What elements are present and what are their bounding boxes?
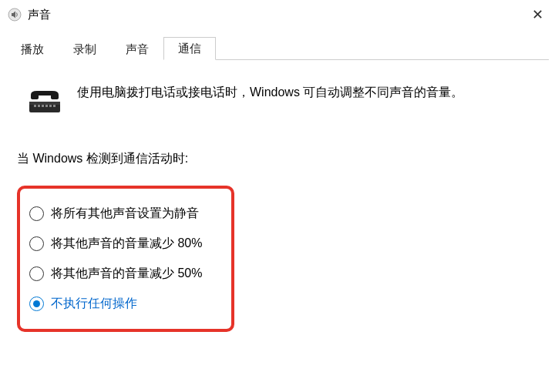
radio-indicator — [29, 206, 44, 221]
radio-label: 不执行任何操作 — [51, 296, 137, 312]
svg-rect-6 — [45, 105, 48, 107]
tab-sounds[interactable]: 声音 — [111, 38, 163, 60]
radio-indicator — [29, 236, 44, 251]
svg-rect-7 — [49, 105, 52, 107]
tab-playback[interactable]: 播放 — [6, 38, 59, 60]
svg-rect-8 — [53, 105, 56, 107]
svg-rect-5 — [42, 105, 44, 107]
svg-rect-3 — [34, 105, 36, 107]
tab-content: 使用电脑拨打电话或接电话时，Windows 可自动调整不同声音的音量。 当 Wi… — [0, 60, 555, 332]
close-icon: ✕ — [532, 6, 543, 23]
intro-text: 使用电脑拨打电话或接电话时，Windows 可自动调整不同声音的音量。 — [77, 82, 463, 114]
tabstrip: 播放 录制 声音 通信 — [6, 35, 549, 60]
radio-indicator — [29, 297, 44, 311]
radio-label: 将其他声音的音量减少 50% — [51, 266, 202, 282]
tab-recording[interactable]: 录制 — [59, 38, 111, 60]
radio-do-nothing[interactable]: 不执行任何操作 — [29, 296, 214, 312]
prompt-text: 当 Windows 检测到通信活动时: — [17, 151, 538, 167]
radio-group-highlight: 将所有其他声音设置为静音 将其他声音的音量减少 80% 将其他声音的音量减少 5… — [17, 186, 234, 332]
radio-indicator — [29, 266, 44, 281]
phone-icon — [28, 83, 62, 114]
radio-label: 将其他声音的音量减少 80% — [51, 236, 202, 252]
intro-row: 使用电脑拨打电话或接电话时，Windows 可自动调整不同声音的音量。 — [17, 82, 538, 114]
radio-reduce-80[interactable]: 将其他声音的音量减少 80% — [29, 236, 214, 252]
titlebar: 声音 ✕ — [0, 0, 555, 29]
close-button[interactable]: ✕ — [520, 0, 555, 29]
radio-mute-all[interactable]: 将所有其他声音设置为静音 — [29, 206, 214, 222]
speaker-icon — [8, 8, 22, 22]
tabstrip-wrap: 播放 录制 声音 通信 — [0, 29, 555, 60]
tab-communications[interactable]: 通信 — [163, 37, 216, 60]
radio-reduce-50[interactable]: 将其他声音的音量减少 50% — [29, 266, 214, 282]
window-title: 声音 — [28, 8, 520, 22]
svg-rect-4 — [38, 105, 40, 107]
svg-rect-2 — [29, 102, 60, 105]
radio-label: 将所有其他声音设置为静音 — [51, 206, 199, 222]
